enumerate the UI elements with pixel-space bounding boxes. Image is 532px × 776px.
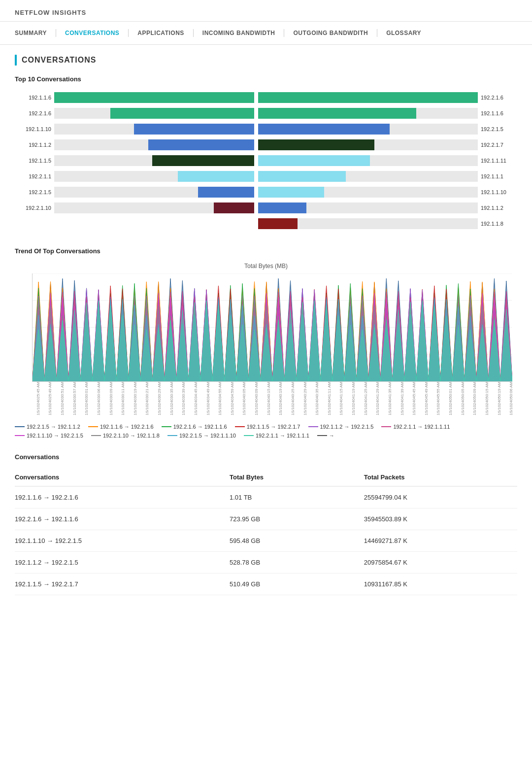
- x-label-28: 1S/1024041:29 AM: [372, 382, 384, 419]
- bar-row-right-3: 192.2.1.7: [258, 138, 517, 152]
- x-label-36: 1S/1024050:09 AM: [469, 382, 481, 419]
- bar-row-right-8: 192.1.1.8: [258, 217, 517, 231]
- x-label-19: 1S/1024040:15 AM: [263, 382, 275, 419]
- bar-fill-left-2: [134, 124, 254, 135]
- bar-fill-right-3: [258, 139, 375, 150]
- trend-container: Total Bytes (MB) 40k 30k 20k 10k 0: [15, 263, 517, 439]
- x-label-27: 1S/1024041:25 AM: [360, 382, 372, 419]
- bar-fill-right-8: [258, 218, 298, 229]
- nav-glossary[interactable]: GLOSSARY: [386, 28, 421, 38]
- legend-label-3: 192.1.1.5 → 192.2.1.7: [247, 424, 300, 430]
- x-label-23: 1S/1024040:35 AM: [311, 382, 323, 419]
- bar-track-right-1: [258, 108, 478, 119]
- legend-color-4: [308, 426, 318, 427]
- bar-track-left-3: [54, 139, 254, 150]
- bar-label-right-4: 192.1.1.11: [478, 158, 517, 164]
- chart-area: 40k 30k 20k 10k 0: [32, 273, 512, 382]
- bar-track-right-6: [258, 187, 478, 198]
- x-label-38: 1S/1024050:19 AM: [493, 382, 505, 419]
- legend-color-9: [244, 435, 254, 436]
- bar-track-left-2: [54, 124, 254, 135]
- legend-label-8: 192.2.1.5 → 192.1.1.10: [179, 433, 236, 439]
- legend-item-9: 192.2.1.1 → 192.1.1.1: [244, 433, 309, 439]
- x-label-24: 1S/1024041:11 AM: [323, 382, 335, 419]
- chart-legend: 192.2.1.5 → 192.1.1.2192.1.1.6 → 192.2.1…: [15, 424, 517, 439]
- x-label-4: 1S/1024030:01 AM: [81, 382, 93, 419]
- x-label-2: 1S/1024030:51 AM: [56, 382, 68, 419]
- cell-packets-1: 35945503.89 K: [354, 508, 517, 530]
- bar-row-right-7: 192.1.1.2: [258, 201, 517, 215]
- bar-track-right-0: [258, 92, 478, 103]
- cell-packets-0: 25594799.04 K: [354, 486, 517, 508]
- bar-row-right-5: 192.1.1.1: [258, 169, 517, 183]
- legend-label-2: 192.2.1.6 → 192.1.1.6: [173, 424, 227, 430]
- legend-item-8: 192.2.1.5 → 192.1.1.10: [167, 433, 236, 439]
- nav-outgoing[interactable]: OUTGOING BANDWDITH: [293, 28, 368, 38]
- bar-label-left-4: 192.1.1.5: [15, 158, 54, 164]
- x-label-9: 1S/1024030:21 AM: [141, 382, 154, 419]
- nav-summary[interactable]: SUMMARY: [15, 28, 47, 38]
- table-row: 192.1.1.10 → 192.2.1.5595.48 GB14469271.…: [15, 530, 517, 552]
- nav-conversations[interactable]: CONVERSATIONS: [65, 28, 119, 38]
- x-label-39: 1S/1024050:06 AM: [505, 382, 517, 419]
- bar-fill-right-7: [258, 202, 306, 213]
- bar-fill-left-7: [214, 202, 254, 213]
- legend-color-5: [381, 426, 391, 427]
- nav-incoming[interactable]: INCOMING BANDWIDTH: [202, 28, 275, 38]
- bar-track-right-7: [258, 202, 478, 213]
- cell-conv-0: 192.1.1.6 → 192.2.1.6: [15, 486, 220, 508]
- x-label-22: 1S/1024040:29 AM: [299, 382, 311, 419]
- bar-label-left-2: 192.1.1.10: [15, 126, 54, 132]
- bar-label-right-1: 192.1.1.6: [478, 110, 517, 116]
- bar-label-right-7: 192.1.1.2: [478, 205, 517, 211]
- bar-track-left-0: [54, 92, 254, 103]
- x-label-14: 1S/1024034:49 AM: [202, 382, 214, 419]
- x-label-25: 1S/1024041:15 AM: [335, 382, 348, 419]
- x-label-37: 1S/1024050:15 AM: [481, 382, 493, 419]
- x-label-26: 1S/1024041:19 AM: [347, 382, 360, 419]
- legend-label-10: →: [329, 433, 334, 439]
- legend-item-0: 192.2.1.5 → 192.1.1.2: [15, 424, 80, 430]
- legend-item-3: 192.1.1.5 → 192.2.1.7: [235, 424, 300, 430]
- cell-bytes-3: 528.78 GB: [220, 552, 354, 574]
- bar-label-left-0: 192.1.1.6: [15, 95, 54, 101]
- bar-track-left-5: [54, 171, 254, 182]
- table-body: 192.1.1.6 → 192.2.1.61.01 TB25594799.04 …: [15, 486, 517, 595]
- legend-item-7: 192.2.1.10 → 192.1.1.8: [91, 433, 160, 439]
- cell-packets-4: 10931167.85 K: [354, 574, 517, 595]
- x-label-12: 1S/1024030:39 AM: [178, 382, 190, 419]
- bar-fill-left-0: [54, 92, 254, 103]
- bar-fill-left-5: [178, 171, 254, 182]
- col-bytes: Total Bytes: [220, 469, 354, 486]
- bar-row-left-6: 192.2.1.5: [15, 185, 254, 199]
- x-label-20: 1S/1024040:19 AM: [275, 382, 287, 419]
- x-label-31: 1S/1024045:45 AM: [408, 382, 420, 419]
- cell-conv-2: 192.1.1.10 → 192.2.1.5: [15, 530, 220, 552]
- nav-applications[interactable]: APPLICATIONS: [137, 28, 184, 38]
- cell-conv-4: 192.1.1.5 → 192.2.1.7: [15, 574, 220, 595]
- legend-color-2: [162, 426, 171, 427]
- bar-fill-right-1: [258, 108, 416, 119]
- nav-bar: SUMMARY CONVERSATIONS APPLICATIONS INCOM…: [0, 22, 532, 45]
- legend-label-9: 192.2.1.1 → 192.1.1.1: [256, 433, 309, 439]
- bar-label-right-3: 192.2.1.7: [478, 142, 517, 148]
- bar-track-right-5: [258, 171, 478, 182]
- section-header: CONVERSATIONS: [15, 55, 517, 66]
- bar-label-left-3: 192.1.1.2: [15, 142, 54, 148]
- cell-bytes-1: 723.95 GB: [220, 508, 354, 530]
- legend-label-6: 192.1.1.10 → 192.2.1.5: [27, 433, 83, 439]
- page-content: CONVERSATIONS Top 10 Conversations 192.1…: [0, 45, 532, 605]
- x-label-10: 1S/1024030:29 AM: [153, 382, 166, 419]
- x-label-18: 1S/1024040:09 AM: [250, 382, 263, 419]
- legend-item-1: 192.1.1.6 → 192.2.1.6: [88, 424, 154, 430]
- bar-row-right-2: 192.2.1.5: [258, 122, 517, 136]
- cell-conv-1: 192.2.1.6 → 192.1.1.6: [15, 508, 220, 530]
- bar-track-right-4: [258, 155, 478, 166]
- x-axis: 1S/1024025:45 AM1S/1024025:49 AM1S/10240…: [32, 382, 517, 419]
- bar-track-left-7: [54, 202, 254, 213]
- bar-row-left-4: 192.1.1.5: [15, 154, 254, 168]
- col-conversations: Conversations: [15, 469, 220, 486]
- nav-divider: [128, 29, 129, 37]
- bar-row-right-4: 192.1.1.11: [258, 154, 517, 168]
- bar-label-right-6: 192.1.1.10: [478, 189, 517, 195]
